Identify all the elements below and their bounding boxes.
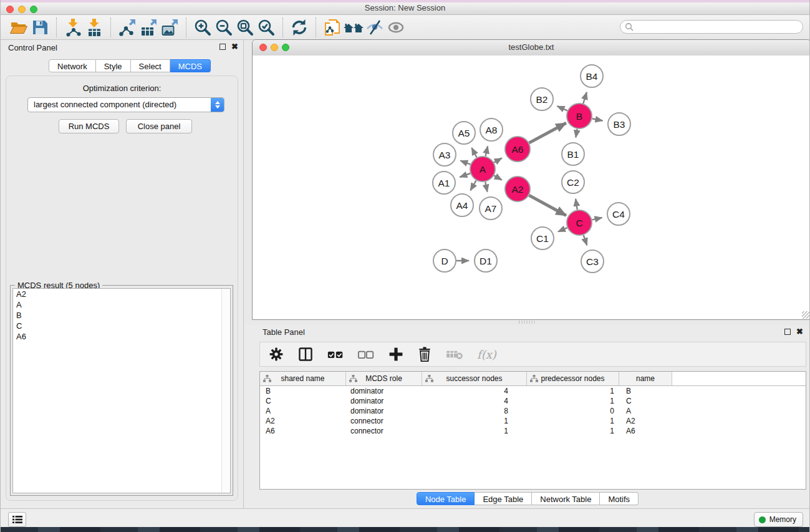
list-icon: [12, 515, 22, 524]
hide-panel-eye-icon[interactable]: [364, 17, 385, 37]
mcds-result-item[interactable]: A2: [13, 289, 230, 299]
cell-mcds-role[interactable]: connector: [346, 416, 422, 426]
mcds-result-list[interactable]: A2ABCA6: [12, 288, 231, 493]
new-network-icon[interactable]: [322, 17, 343, 37]
cell-shared-name[interactable]: B: [260, 386, 346, 396]
deselect-all-columns-icon[interactable]: [357, 346, 375, 363]
zoom-in-icon[interactable]: [192, 17, 213, 37]
edge-B-B2: [557, 106, 567, 110]
cell-successor-nodes[interactable]: 1: [422, 416, 527, 426]
delete-column-trash-icon[interactable]: [417, 346, 432, 363]
export-table-icon[interactable]: [138, 17, 159, 37]
cell-shared-name[interactable]: A: [260, 406, 346, 416]
cell-predecessor-nodes[interactable]: 0: [527, 406, 619, 416]
node-label-B: B: [576, 111, 582, 122]
add-column-plus-icon[interactable]: [388, 346, 404, 363]
open-session-icon[interactable]: [8, 17, 29, 37]
node-label-A5: A5: [458, 128, 470, 138]
tab-mcds[interactable]: MCDS: [170, 59, 211, 72]
result-list-scrollbar[interactable]: [221, 289, 230, 493]
horizontal-splitter[interactable]: [244, 320, 810, 325]
cell-shared-name[interactable]: A6: [260, 426, 346, 436]
cell-successor-nodes[interactable]: 1: [422, 426, 527, 436]
table-row[interactable]: Cdominator41C: [260, 396, 806, 406]
cell-mcds-role[interactable]: dominator: [346, 406, 422, 416]
table-row[interactable]: A6connector11A6: [260, 426, 806, 436]
home-layout-icon[interactable]: [343, 17, 364, 37]
save-session-icon[interactable]: [29, 17, 51, 37]
cell-successor-nodes[interactable]: 4: [422, 386, 527, 396]
cell-mcds-role[interactable]: connector: [346, 426, 422, 436]
zoom-out-icon[interactable]: [213, 17, 234, 37]
cell-shared-name[interactable]: A2: [260, 416, 346, 426]
node-table[interactable]: shared nameMCDS rolesuccessor nodesprede…: [259, 371, 806, 490]
table-options-gear-icon[interactable]: [268, 346, 284, 363]
cell-shared-name[interactable]: C: [260, 396, 346, 406]
cell-name[interactable]: A2: [619, 416, 672, 426]
cell-successor-nodes[interactable]: 4: [422, 396, 527, 406]
search-input[interactable]: [636, 22, 803, 32]
tab-style[interactable]: Style: [96, 59, 131, 72]
zoom-selected-icon[interactable]: [256, 17, 277, 37]
cell-predecessor-nodes[interactable]: 1: [527, 386, 619, 396]
toolbar-separator: [282, 17, 283, 37]
mcds-result-item[interactable]: A: [13, 299, 230, 310]
search-icon: [625, 22, 634, 31]
show-panel-eye-icon[interactable]: [385, 17, 407, 37]
export-network-icon[interactable]: [117, 17, 138, 37]
cell-mcds-role[interactable]: dominator: [346, 386, 422, 396]
network-canvas[interactable]: AA1A2A3A4A5A6A7A8BB1B2B3B4CC1C2C3C4DD1: [253, 56, 810, 319]
cell-mcds-role[interactable]: dominator: [346, 396, 422, 406]
column-browser-icon[interactable]: [297, 346, 314, 363]
float-panel-icon[interactable]: [219, 44, 226, 50]
edge-A-A6: [494, 158, 502, 162]
main-titlebar[interactable]: Session: New Session: [1, 2, 809, 15]
node-label-A1: A1: [438, 178, 450, 188]
cell-successor-nodes[interactable]: 8: [422, 406, 527, 416]
column-header-predecessor-nodes[interactable]: predecessor nodes: [527, 372, 619, 385]
mcds-result-item[interactable]: B: [13, 310, 230, 321]
cell-name[interactable]: A6: [619, 426, 672, 436]
column-header-shared-name[interactable]: shared name: [260, 372, 346, 385]
network-view-window: testGlobe.txt AA1A2A3A4A5A6A7A8BB1B2B3B4…: [252, 39, 810, 320]
memory-button[interactable]: Memory: [754, 512, 803, 527]
column-header-successor-nodes[interactable]: successor nodes: [422, 372, 527, 385]
table-tab-network-table[interactable]: Network Table: [532, 492, 600, 505]
table-row[interactable]: Adominator80A: [260, 406, 806, 416]
close-panel-icon[interactable]: ✖: [231, 44, 238, 50]
network-window-titlebar[interactable]: testGlobe.txt: [253, 40, 810, 56]
table-tab-node-table[interactable]: Node Table: [417, 492, 475, 505]
node-label-D: D: [441, 256, 448, 266]
float-table-panel-icon[interactable]: [784, 329, 791, 335]
close-table-panel-icon[interactable]: ✖: [796, 329, 803, 335]
task-history-button[interactable]: [8, 512, 26, 527]
search-field[interactable]: [620, 20, 803, 34]
tab-select[interactable]: Select: [131, 59, 170, 72]
zoom-fit-icon[interactable]: [234, 17, 256, 37]
column-header-mcds-role[interactable]: MCDS role: [346, 372, 422, 385]
window-resize-grip[interactable]: [802, 311, 809, 319]
select-all-columns-icon[interactable]: [327, 346, 344, 363]
cell-predecessor-nodes[interactable]: 1: [527, 416, 619, 426]
table-row[interactable]: A2connector11A2: [260, 416, 806, 426]
run-mcds-button[interactable]: Run MCDS: [59, 119, 119, 133]
refresh-layout-icon[interactable]: [289, 17, 310, 37]
column-header-name[interactable]: name: [619, 372, 672, 385]
table-tab-edge-table[interactable]: Edge Table: [475, 492, 532, 505]
cell-predecessor-nodes[interactable]: 1: [527, 426, 619, 436]
cell-name[interactable]: C: [619, 396, 672, 406]
export-image-icon[interactable]: [159, 17, 180, 37]
criterion-dropdown[interactable]: largest connected component (directed): [27, 97, 224, 112]
import-table-icon[interactable]: [84, 17, 105, 37]
import-network-icon[interactable]: [62, 17, 84, 37]
mcds-result-item[interactable]: A6: [13, 331, 230, 342]
cell-predecessor-nodes[interactable]: 1: [527, 396, 619, 406]
cell-name[interactable]: A: [619, 406, 672, 416]
table-tab-motifs[interactable]: Motifs: [600, 492, 639, 505]
node-label-C4: C4: [612, 209, 625, 220]
cell-name[interactable]: B: [619, 386, 672, 396]
table-row[interactable]: Bdominator41B: [260, 386, 806, 396]
mcds-result-item[interactable]: C: [13, 321, 230, 331]
close-panel-button[interactable]: Close panel: [126, 119, 192, 133]
tab-network[interactable]: Network: [49, 59, 96, 72]
